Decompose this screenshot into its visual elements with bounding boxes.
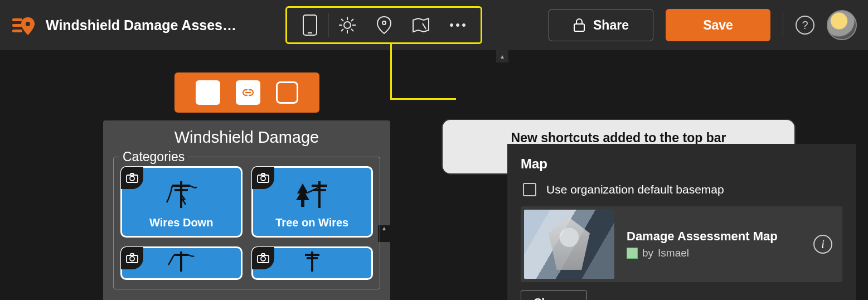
svg-rect-32 [301,200,304,207]
svg-point-38 [261,257,265,261]
form-builder-panel: ▴ Windshield Damage Categories Wires Dow… [103,50,390,300]
svg-line-13 [351,19,353,21]
builder-mode-bar [174,72,319,113]
help-button[interactable]: ? [796,16,814,35]
svg-point-6 [344,22,351,28]
tree-on-wires-icon [293,172,332,216]
form-title: Windshield Damage [113,128,380,147]
pole-icon [298,249,326,272]
camera-icon [126,173,138,183]
lock-icon [573,18,585,32]
settings-button[interactable] [329,8,366,42]
camera-badge [252,247,274,269]
gear-icon [338,16,357,35]
camera-badge [121,167,143,189]
change-map-button[interactable]: Change [521,290,587,300]
categories-fieldset: Categories Wires Down [113,157,380,289]
link-mode-button[interactable] [236,80,260,105]
map-meta: Damage Assessment Map by Ismael [627,229,778,259]
toolbar-shortcuts [285,6,482,44]
svg-point-26 [261,176,265,181]
category-wires-down[interactable]: Wires Down [120,166,243,238]
map-author-row: by Ismael [627,247,778,259]
map-info-button[interactable]: i [813,235,832,254]
svg-point-15 [382,21,386,25]
camera-badge [121,247,143,269]
svg-rect-2 [12,30,22,32]
camera-icon [257,173,269,183]
map-settings-panel: Map Use organization default basemap Dam… [507,144,856,300]
map-thumbnail [524,210,614,279]
default-basemap-checkbox[interactable] [523,183,536,196]
svg-rect-1 [12,24,22,27]
map-author: Ismael [658,247,689,259]
svg-rect-4 [303,15,317,35]
ellipsis-icon [449,23,466,27]
app-logo-icon [11,13,36,37]
form-card: ▴ Windshield Damage Categories Wires Dow… [103,120,390,300]
share-label: Share [593,18,629,33]
scroll-up-icon: ▴ [382,225,386,231]
layers-button[interactable] [366,8,403,42]
scrollbar-up-icon[interactable]: ▴ [496,50,508,62]
camera-badge [252,167,274,189]
topbar-right: Share Save ? [549,0,857,50]
camera-icon [126,253,138,263]
svg-point-18 [463,24,465,27]
map-icon [411,17,430,33]
category-tree-on-wires[interactable]: Tree on Wires [251,166,374,238]
category-card-3[interactable] [120,246,243,280]
question-icon: ? [802,19,808,32]
pole-icon [167,249,195,272]
category-label: Tree on Wires [275,216,348,229]
more-button[interactable] [439,8,476,42]
share-button[interactable]: Share [549,9,653,41]
selected-map-card: Damage Assessment Map by Ismael i [521,206,842,282]
user-avatar[interactable] [827,10,857,40]
app-title: Windshield Damage Asses… [46,17,236,33]
info-icon: i [821,238,825,251]
wires-down-icon [164,172,198,216]
topbar-divider [783,13,783,37]
save-button[interactable]: Save [666,9,770,41]
square-icon [201,85,215,100]
content: ▴ ▴ Windshield Damage Categories [0,50,868,300]
svg-line-11 [341,19,343,21]
svg-point-16 [450,24,453,27]
camera-icon [257,253,269,263]
svg-marker-31 [296,189,309,200]
map-section-title: Map [521,156,842,172]
outline-mode-button[interactable] [276,81,298,104]
svg-rect-0 [12,18,22,21]
map-button[interactable] [403,8,439,42]
default-basemap-label: Use organization default basemap [546,183,724,196]
categories-legend: Categories [119,149,188,164]
svg-point-3 [26,22,30,26]
category-card-4[interactable] [251,246,374,280]
svg-point-17 [457,24,459,27]
svg-rect-19 [574,24,584,31]
svg-point-21 [130,176,134,181]
topbar: Windshield Damage Asses… Share Save ? [0,0,868,50]
category-label: Wires Down [149,216,213,229]
preview-button[interactable] [292,8,328,42]
phone-icon [303,14,317,36]
map-name: Damage Assessment Map [627,229,778,244]
layers-pin-icon [375,15,393,35]
svg-line-12 [351,29,353,31]
default-basemap-row: Use organization default basemap [523,183,842,196]
map-by-prefix: by [642,247,653,259]
svg-point-34 [130,257,134,261]
author-badge-icon [627,248,638,259]
svg-line-14 [341,29,343,31]
link-icon [241,88,255,98]
page-mode-button[interactable] [196,80,220,105]
